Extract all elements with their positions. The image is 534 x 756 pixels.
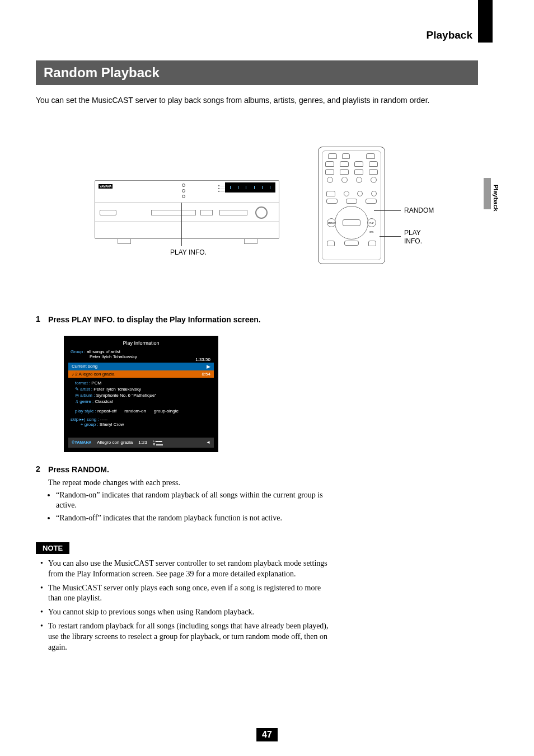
note-item: You cannot skip to previous songs when u… — [43, 607, 332, 618]
note-item: The MusicCAST server only plays each son… — [43, 583, 332, 604]
meta-group: group-single — [154, 408, 179, 414]
remote-illustration: MENU PLAYINFO. — [318, 147, 385, 264]
screen-group-value2: Peter Ilyich Tchaikovsky — [71, 354, 137, 359]
screen-group-value1: all songs of artist — [87, 349, 120, 354]
meta-artist: artist : — [80, 387, 92, 392]
step-number: 2 — [36, 464, 48, 525]
meta-format-val: PCM — [91, 381, 101, 386]
leader-line — [374, 210, 401, 211]
meta-genre-val: Classical — [95, 399, 113, 404]
leader-line — [181, 203, 182, 246]
step-bullet: “Random-on” indicates that random playba… — [56, 490, 332, 510]
screen-group-label: Group : — [71, 349, 86, 354]
screen-track-name: Allegro con grazia — [78, 372, 114, 377]
step-bullet: “Random-off” indicates that the random p… — [56, 513, 332, 523]
skip-group-val: Sheryl Crow — [100, 422, 124, 427]
meta-album-val: Symphonie No. 6 "Pathetique" — [96, 393, 157, 398]
screen-track-no: 2 — [75, 372, 77, 377]
screen-total-time: 1:33:50 — [195, 357, 210, 362]
skip-song-label: song : — [87, 417, 99, 422]
note-item: To restart random playback for all songs… — [43, 621, 332, 653]
step-number: 1 — [36, 314, 48, 328]
screen-footer-time: 1:23 — [138, 440, 147, 445]
leader-line — [380, 236, 401, 237]
remote-random-callout: RANDOM — [404, 206, 434, 215]
intro-text: You can set the MusicCAST server to play… — [36, 95, 478, 106]
step-desc: The repeat mode changes with each press. — [48, 478, 332, 488]
screen-footer-track: Allegro con grazia — [97, 440, 133, 445]
page-number: 47 — [256, 728, 278, 741]
skip-song-val: ----- — [100, 417, 107, 422]
meta-playstyle: play style : repeat-off — [75, 408, 116, 414]
meta-format: format : — [75, 381, 90, 386]
meta-album: album : — [80, 393, 95, 398]
note-item: You can also use the MusicCAST server co… — [43, 558, 332, 580]
screen-title: Play Information — [64, 336, 218, 346]
screen-footer-icon: ◄ — [206, 440, 210, 445]
remote-playinfo-callout: PLAYINFO. — [404, 229, 422, 246]
meta-genre: genre : — [79, 399, 93, 404]
remote-playinfo-button: PLAYINFO. — [367, 218, 376, 227]
meta-artist-val: Peter Ilyich Tchaikovsky — [93, 387, 141, 392]
section-title-bar: Random Playback — [36, 60, 478, 85]
step-title: Press PLAY INFO. to display the Play Inf… — [48, 314, 332, 325]
side-section-label: Playback — [493, 185, 499, 212]
play-indicator-icon: ▶ — [207, 364, 210, 369]
step-2: 2 Press RANDOM. The repeat mode changes … — [36, 464, 332, 525]
screen-current-song-label: Current song — [72, 364, 97, 369]
play-information-screen: Play Information Group : all songs of ar… — [64, 336, 218, 452]
side-tab-marker — [484, 178, 491, 209]
side-index-marker — [478, 0, 493, 43]
screen-footer-lr: L ▬▬R ▬▬ — [153, 439, 163, 446]
device-brand-label: YAMAHA — [99, 184, 113, 189]
note-heading: NOTE — [36, 542, 69, 554]
step-1: 1 Press PLAY INFO. to display the Play I… — [36, 314, 332, 328]
meta-random: random-on — [124, 408, 146, 414]
device-illustration: YAMAHA ■ ——■ ——■ —— — [95, 180, 279, 239]
screen-track-time: 8:54 — [202, 372, 210, 377]
device-playinfo-callout: PLAY INFO. — [170, 248, 207, 256]
step-title: Press RANDOM. — [48, 464, 332, 475]
skip-group-label: group : — [85, 422, 99, 427]
skip-label: skip — [71, 417, 78, 422]
page-section-heading: Playback — [427, 29, 472, 41]
screen-brand: ©YAMAHA — [72, 440, 91, 444]
